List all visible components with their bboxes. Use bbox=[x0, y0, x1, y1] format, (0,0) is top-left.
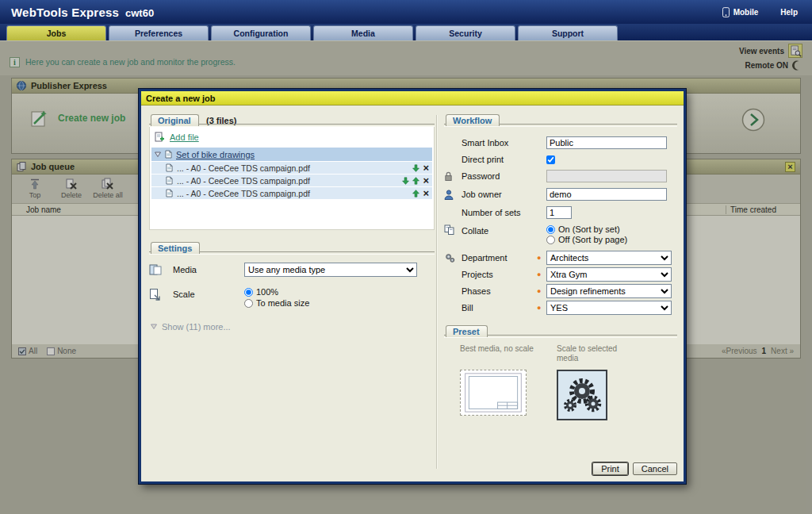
document-icon bbox=[166, 176, 173, 185]
required-indicator: ● bbox=[537, 304, 546, 312]
projects-label: Projects bbox=[462, 270, 537, 279]
scale-options: 100% To media size bbox=[244, 287, 309, 309]
set-name-link[interactable]: Set of bike drawings bbox=[176, 150, 255, 159]
tab-media[interactable]: Media bbox=[313, 25, 413, 40]
collate-options: On (Sort by set) Off (Sort by page) bbox=[546, 224, 627, 245]
tab-jobs[interactable]: Jobs bbox=[6, 25, 106, 40]
bill-row: Bill ● YES bbox=[444, 301, 677, 315]
move-up-icon[interactable] bbox=[412, 190, 419, 198]
projects-select[interactable]: Xtra Gym bbox=[546, 267, 672, 282]
smart-inbox-input[interactable] bbox=[546, 136, 667, 149]
tab-security[interactable]: Security bbox=[416, 25, 515, 40]
preset-options: Best media, no scale Scale to selected m… bbox=[444, 338, 677, 420]
file-name: ... - A0 - CeeCee TDS campaign.pdf bbox=[177, 163, 387, 173]
job-owner-input[interactable] bbox=[546, 188, 667, 201]
department-row: Department ● Architects bbox=[444, 251, 677, 265]
main-tabs: Jobs Preferences Configuration Media Sec… bbox=[0, 24, 812, 40]
password-label: Password bbox=[462, 171, 537, 181]
scale-100-label: 100% bbox=[256, 287, 278, 297]
media-row: Media Use any media type bbox=[149, 263, 435, 279]
move-up-icon[interactable] bbox=[412, 177, 419, 185]
required-indicator: ● bbox=[537, 254, 546, 262]
collate-label: Collate bbox=[462, 224, 537, 236]
remove-file-icon[interactable]: × bbox=[423, 163, 429, 172]
dialog-right-column: Workflow Smart Inbox Direct print bbox=[444, 113, 677, 420]
add-file-label: Add file bbox=[170, 132, 199, 142]
number-of-sets-label: Number of sets bbox=[462, 208, 537, 217]
original-tab: Original bbox=[151, 114, 199, 126]
direct-print-checkbox[interactable] bbox=[546, 155, 555, 164]
bill-select[interactable]: YES bbox=[546, 301, 672, 315]
preset-group: Preset Best media, no scale Scale to sel… bbox=[444, 324, 677, 420]
move-down-icon[interactable] bbox=[412, 164, 419, 172]
original-group: Original (3 files) Add file Set of bike … bbox=[149, 113, 435, 230]
collate-on-radio[interactable] bbox=[546, 225, 555, 234]
preset-best-media-option[interactable]: Best media, no scale bbox=[460, 344, 536, 420]
department-label: Department bbox=[462, 253, 537, 263]
column-divider bbox=[436, 115, 438, 469]
file-row[interactable]: ... - A0 - CeeCee TDS campaign.pdf × bbox=[151, 162, 432, 174]
media-label: Media bbox=[173, 263, 244, 274]
scale-row: Scale 100% To media size bbox=[149, 287, 435, 309]
help-label: Help bbox=[780, 8, 798, 17]
file-actions: × bbox=[391, 176, 429, 185]
mobile-link[interactable]: Mobile bbox=[722, 7, 759, 17]
collate-off-option[interactable]: Off (Sort by page) bbox=[546, 235, 627, 244]
accounting-gears-icon bbox=[444, 252, 462, 264]
department-select[interactable]: Architects bbox=[546, 251, 672, 265]
document-icon bbox=[166, 189, 173, 198]
job-owner-label: Job owner bbox=[462, 190, 537, 199]
help-link[interactable]: Help bbox=[780, 8, 798, 17]
document-icon bbox=[166, 163, 173, 172]
phases-row: Phases ● Design refinements bbox=[444, 284, 677, 298]
create-job-dialog: Create a new job Original (3 files) Add … bbox=[139, 89, 686, 484]
scale-100-option[interactable]: 100% bbox=[244, 287, 309, 297]
workflow-group-header: Workflow bbox=[444, 113, 677, 127]
show-more-link[interactable]: Show (11) more... bbox=[151, 322, 435, 332]
remove-file-icon[interactable]: × bbox=[423, 189, 429, 198]
person-icon bbox=[444, 190, 462, 200]
collate-row: Collate On (Sort by set) Off (Sort by pa… bbox=[444, 224, 677, 245]
collate-on-option[interactable]: On (Sort by set) bbox=[546, 224, 627, 234]
direct-print-row: Direct print bbox=[444, 155, 677, 164]
file-name: ... - A0 - CeeCee TDS campaign.pdf bbox=[177, 189, 387, 198]
app-title: WebTools Express bbox=[11, 6, 119, 19]
scale-to-media-option[interactable]: To media size bbox=[244, 298, 309, 308]
direct-print-label: Direct print bbox=[462, 155, 537, 164]
phone-icon bbox=[722, 7, 730, 17]
number-of-sets-input[interactable] bbox=[546, 206, 572, 219]
webtools-express-app: WebTools Express cwt60 Mobile Help Jobs … bbox=[0, 0, 812, 514]
workflow-tab: Workflow bbox=[446, 114, 500, 126]
cancel-button[interactable]: Cancel bbox=[633, 462, 677, 475]
mobile-label: Mobile bbox=[733, 8, 759, 17]
media-select[interactable]: Use any media type bbox=[244, 263, 417, 277]
preset-gears-thumbnail[interactable] bbox=[557, 370, 607, 420]
tab-preferences[interactable]: Preferences bbox=[109, 25, 209, 40]
remove-file-icon[interactable]: × bbox=[423, 176, 429, 185]
file-row[interactable]: ... - A0 - CeeCee TDS campaign.pdf × bbox=[151, 175, 432, 186]
original-file-list: Add file Set of bike drawings ... - A0 -… bbox=[149, 127, 435, 230]
tab-configuration[interactable]: Configuration bbox=[211, 25, 311, 40]
show-more-label: Show (11) more... bbox=[162, 322, 231, 332]
scale-icon bbox=[149, 287, 173, 304]
file-set-row[interactable]: Set of bike drawings bbox=[151, 148, 432, 161]
bill-label: Bill bbox=[462, 303, 537, 313]
collate-off-radio[interactable] bbox=[546, 236, 555, 244]
expand-triangle-icon bbox=[151, 324, 157, 330]
scale-to-media-label: To media size bbox=[256, 298, 309, 308]
password-row: Password bbox=[444, 170, 677, 182]
move-down-icon[interactable] bbox=[402, 177, 409, 185]
preset-scale-media-option[interactable]: Scale to selected media bbox=[557, 344, 633, 420]
original-group-header: Original (3 files) bbox=[149, 113, 435, 127]
add-file-link[interactable]: Add file bbox=[151, 128, 432, 148]
print-button[interactable]: Print bbox=[592, 462, 628, 475]
file-row[interactable]: ... - A0 - CeeCee TDS campaign.pdf × bbox=[151, 187, 432, 199]
required-indicator: ● bbox=[537, 287, 546, 295]
collapse-triangle-icon[interactable] bbox=[155, 152, 161, 158]
scale-to-media-radio[interactable] bbox=[244, 299, 253, 308]
scale-100-radio[interactable] bbox=[244, 288, 253, 297]
tab-support[interactable]: Support bbox=[518, 25, 618, 40]
phases-select[interactable]: Design refinements bbox=[546, 284, 672, 298]
preset-drawing-thumbnail[interactable] bbox=[460, 370, 527, 416]
collate-on-label: On (Sort by set) bbox=[558, 224, 620, 234]
